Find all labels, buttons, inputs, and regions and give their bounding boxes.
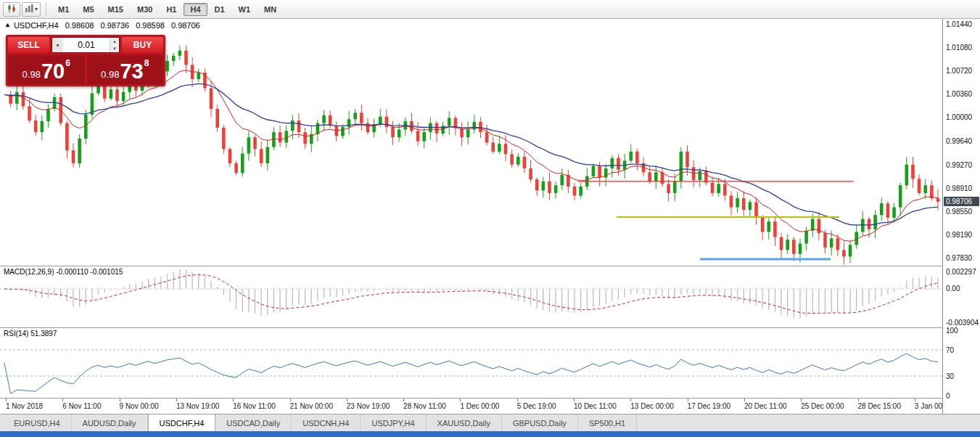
- symbol-tab-bar: EURUSD,H4AUDUSD,DailyUSDCHF,H4USDCAD,Dai…: [0, 414, 980, 431]
- symbol-marker-icon: ▲: [4, 21, 11, 30]
- time-axis[interactable]: 1 Nov 20186 Nov 11:009 Nov 00:0013 Nov 1…: [0, 398, 942, 414]
- rsi-panel[interactable]: RSI(14) 51.3897: [0, 328, 942, 398]
- rsi-scale-label: 70: [946, 346, 954, 354]
- tab-sp500-h1[interactable]: SP500,H1: [578, 414, 637, 431]
- time-axis-tick: [517, 399, 518, 401]
- time-axis-label: 10 Dec 11:00: [574, 402, 617, 410]
- current-price-badge: 0.98706: [944, 197, 979, 206]
- chart-workspace: ▲ USDCHF,H4 0.98608 0.98736 0.98598 0.98…: [0, 19, 980, 414]
- chart-window-button[interactable]: [3, 2, 20, 17]
- charts-column: ▲ USDCHF,H4 0.98608 0.98736 0.98598 0.98…: [0, 19, 942, 414]
- macd-chart: [0, 266, 942, 327]
- timeframe-m5[interactable]: M5: [76, 3, 100, 16]
- taskbar-strip: [0, 431, 980, 437]
- time-axis-label: 5 Dec 19:00: [517, 402, 556, 410]
- rsi-label: RSI(14) 51.3897: [4, 330, 57, 338]
- tab-gbpusd-daily[interactable]: GBPUSD,Daily: [502, 414, 578, 431]
- timeframe-h4[interactable]: H4: [184, 3, 207, 16]
- time-axis-tick: [120, 399, 120, 401]
- timeframe-buttons: M1M5M15M30H1H4D1W1MN: [52, 3, 283, 16]
- tab-eurusd-h4[interactable]: EURUSD,H4: [3, 414, 72, 431]
- rsi-scale-label: 100: [946, 327, 958, 335]
- one-click-trading-panel: SELL ▼ 0.01 ▲ ▼ BUY 0.98 70: [6, 35, 165, 86]
- candlestick-chart-icon: [7, 3, 17, 16]
- price-scale-label: 0.99640: [946, 137, 972, 145]
- timeframe-d1[interactable]: D1: [208, 3, 231, 16]
- bar-chart-icon: [25, 3, 33, 16]
- time-axis-label: 1 Nov 2018: [6, 402, 43, 410]
- time-axis-label: 6 Nov 11:00: [62, 402, 101, 410]
- macd-panel[interactable]: MACD(12,26,9) -0.000110 -0.001015: [0, 266, 942, 327]
- chart-type-dropdown-button[interactable]: ▾: [22, 2, 41, 17]
- timeframe-m30[interactable]: M30: [131, 3, 159, 16]
- timeframe-m1[interactable]: M1: [52, 3, 75, 16]
- chart-symbol: USDCHF,H4: [14, 21, 59, 30]
- price-scale-label: 0.98910: [946, 184, 972, 192]
- ohlc-low: 0.98598: [136, 21, 165, 30]
- buy-button[interactable]: BUY: [122, 37, 163, 53]
- time-axis-tick: [176, 399, 177, 401]
- timeframe-w1[interactable]: W1: [232, 3, 258, 16]
- time-axis-label: 1 Dec 00:00: [460, 402, 499, 410]
- volume-control: ▼ 0.01 ▲ ▼: [52, 37, 120, 53]
- timeframe-mn[interactable]: MN: [258, 3, 283, 16]
- time-axis-label: 28 Nov 11:00: [403, 402, 446, 410]
- tab-usdjpy-h4[interactable]: USDJPY,H4: [361, 414, 426, 431]
- ohlc-open: 0.98608: [65, 21, 94, 30]
- timeframe-h1[interactable]: H1: [160, 3, 183, 16]
- timeframe-m15[interactable]: M15: [102, 3, 130, 16]
- buy-price-pip: 8: [144, 58, 149, 68]
- time-axis-tick: [347, 399, 347, 401]
- rsi-scale-label: 0: [946, 392, 950, 400]
- price-scale-label: 1.01080: [946, 44, 972, 52]
- volume-stepper: ▲ ▼: [110, 38, 119, 52]
- time-axis-label: 17 Dec 19:00: [688, 402, 731, 410]
- price-scale-label: 0.99270: [946, 161, 972, 169]
- buy-price-prefix: 0.98: [101, 69, 119, 80]
- time-axis-tick: [801, 399, 802, 401]
- time-axis-label: 20 Dec 11:00: [744, 402, 787, 410]
- time-axis-label: 23 Nov 19:00: [347, 402, 390, 410]
- volume-increase-icon[interactable]: ▲: [110, 38, 119, 45]
- time-axis-tick: [62, 399, 63, 401]
- volume-input[interactable]: 0.01: [63, 38, 110, 52]
- tab-usdcnh-h4[interactable]: USDCNH,H4: [292, 414, 361, 431]
- tab-xauusd-daily[interactable]: XAUUSD,Daily: [427, 414, 502, 431]
- sell-price[interactable]: 0.98 70 6: [8, 55, 85, 84]
- ohlc-close: 0.98706: [171, 21, 200, 30]
- sell-price-pip: 6: [65, 58, 70, 68]
- sell-price-big: 70: [41, 61, 65, 82]
- tab-usdchf-h4[interactable]: USDCHF,H4: [148, 414, 216, 431]
- tab-usdcad-daily[interactable]: USDCAD,Daily: [215, 414, 292, 431]
- macd-label: MACD(12,26,9) -0.000110 -0.001015: [4, 268, 123, 276]
- time-axis-label: 9 Nov 00:00: [120, 402, 159, 410]
- time-axis-tick: [403, 399, 404, 401]
- price-chart-panel[interactable]: ▲ USDCHF,H4 0.98608 0.98736 0.98598 0.98…: [0, 19, 942, 266]
- rsi-scale-label: 30: [946, 372, 954, 380]
- time-axis-tick: [630, 399, 631, 401]
- time-axis-label: 28 Dec 15:00: [858, 402, 902, 410]
- time-axis-label: 13 Dec 00:00: [630, 402, 674, 410]
- tab-audusd-daily[interactable]: AUDUSD,Daily: [72, 414, 148, 431]
- volume-decrease-icon[interactable]: ▼: [110, 45, 119, 52]
- time-axis-tick: [290, 399, 291, 401]
- price-scale-label: 1.00000: [946, 113, 972, 121]
- price-scale-column[interactable]: 1.014401.010801.007201.003601.000000.996…: [942, 19, 980, 414]
- time-axis-tick: [744, 399, 745, 401]
- buy-price[interactable]: 0.98 73 8: [87, 55, 164, 84]
- time-axis-label: 13 Nov 19:00: [176, 402, 220, 410]
- time-axis-label: 25 Dec 00:00: [801, 402, 844, 410]
- time-axis-tick: [460, 399, 461, 401]
- macd-scale-label: 0.00: [946, 285, 960, 293]
- sell-button[interactable]: SELL: [8, 37, 49, 53]
- volume-dropdown-icon[interactable]: ▼: [52, 38, 63, 52]
- macd-scale-label: -0.003904: [946, 319, 979, 327]
- time-axis-label: 16 Nov 11:00: [233, 402, 276, 410]
- rsi-chart: [0, 328, 942, 398]
- time-axis-tick: [6, 399, 7, 401]
- ohlc-high: 0.98736: [100, 21, 129, 30]
- time-axis-tick: [688, 399, 688, 401]
- time-axis-label: 21 Nov 00:00: [290, 402, 334, 410]
- price-scale-label: 0.97830: [946, 254, 972, 262]
- price-scale-label: 1.01440: [946, 20, 972, 28]
